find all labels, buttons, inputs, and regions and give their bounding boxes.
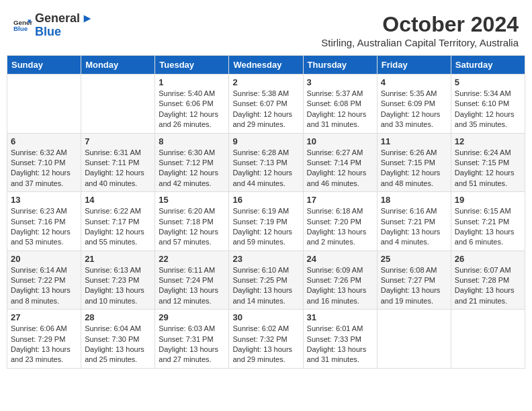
day-info: Sunrise: 6:26 AM Sunset: 7:15 PM Dayligh… <box>381 148 447 189</box>
day-number: 30 <box>232 312 299 322</box>
logo: General Blue General Blue <box>13 12 93 39</box>
table-row: 30Sunrise: 6:02 AM Sunset: 7:32 PM Dayli… <box>229 310 303 369</box>
calendar-header-friday: Friday <box>377 56 451 75</box>
table-row: 6Sunrise: 6:32 AM Sunset: 7:10 PM Daylig… <box>7 133 81 192</box>
day-info: Sunrise: 6:03 AM Sunset: 7:31 PM Dayligh… <box>159 324 225 365</box>
day-info: Sunrise: 6:30 AM Sunset: 7:12 PM Dayligh… <box>159 148 225 189</box>
table-row: 15Sunrise: 6:20 AM Sunset: 7:18 PM Dayli… <box>155 192 229 251</box>
day-info: Sunrise: 6:08 AM Sunset: 7:27 PM Dayligh… <box>381 265 447 307</box>
table-row: 24Sunrise: 6:09 AM Sunset: 7:26 PM Dayli… <box>303 250 377 310</box>
table-row <box>377 310 451 369</box>
table-row: 9Sunrise: 6:28 AM Sunset: 7:13 PM Daylig… <box>229 133 303 192</box>
table-row: 10Sunrise: 6:27 AM Sunset: 7:14 PM Dayli… <box>303 133 377 192</box>
calendar-header-monday: Monday <box>81 56 155 75</box>
day-info: Sunrise: 5:35 AM Sunset: 6:09 PM Dayligh… <box>381 89 447 130</box>
table-row: 8Sunrise: 6:30 AM Sunset: 7:12 PM Daylig… <box>155 133 229 192</box>
table-row: 13Sunrise: 6:23 AM Sunset: 7:16 PM Dayli… <box>7 192 81 251</box>
day-info: Sunrise: 6:31 AM Sunset: 7:11 PM Dayligh… <box>85 148 151 189</box>
table-row: 4Sunrise: 5:35 AM Sunset: 6:09 PM Daylig… <box>377 75 451 134</box>
day-number: 14 <box>85 195 151 205</box>
title-area: October 2024 Stirling, Australian Capita… <box>321 12 519 48</box>
table-row: 21Sunrise: 6:13 AM Sunset: 7:23 PM Dayli… <box>81 250 155 310</box>
subtitle: Stirling, Australian Capital Territory, … <box>321 37 519 48</box>
day-number: 27 <box>11 312 77 322</box>
table-row: 19Sunrise: 6:15 AM Sunset: 7:21 PM Dayli… <box>451 192 525 251</box>
day-number: 21 <box>85 254 151 264</box>
day-number: 6 <box>11 136 77 146</box>
day-number: 25 <box>381 254 447 264</box>
table-row: 12Sunrise: 6:24 AM Sunset: 7:15 PM Dayli… <box>451 133 525 192</box>
day-number: 28 <box>85 312 151 322</box>
day-info: Sunrise: 5:38 AM Sunset: 6:07 PM Dayligh… <box>232 89 299 130</box>
logo-arrow-icon <box>81 13 93 25</box>
day-number: 31 <box>307 312 373 322</box>
day-number: 11 <box>381 136 447 146</box>
table-row: 5Sunrise: 5:34 AM Sunset: 6:10 PM Daylig… <box>451 75 525 134</box>
day-info: Sunrise: 6:28 AM Sunset: 7:13 PM Dayligh… <box>232 148 299 189</box>
day-info: Sunrise: 6:09 AM Sunset: 7:26 PM Dayligh… <box>307 265 373 307</box>
day-number: 19 <box>455 195 521 205</box>
day-info: Sunrise: 6:24 AM Sunset: 7:15 PM Dayligh… <box>455 148 521 189</box>
table-row: 7Sunrise: 6:31 AM Sunset: 7:11 PM Daylig… <box>81 133 155 192</box>
calendar-header-thursday: Thursday <box>303 56 377 75</box>
day-number: 20 <box>11 254 77 264</box>
calendar-week-row: 6Sunrise: 6:32 AM Sunset: 7:10 PM Daylig… <box>7 133 525 192</box>
calendar-week-row: 27Sunrise: 6:06 AM Sunset: 7:29 PM Dayli… <box>7 310 525 369</box>
day-info: Sunrise: 6:04 AM Sunset: 7:30 PM Dayligh… <box>85 324 151 365</box>
table-row <box>451 310 525 369</box>
day-number: 9 <box>232 136 299 146</box>
day-info: Sunrise: 6:15 AM Sunset: 7:21 PM Dayligh… <box>455 206 521 248</box>
day-info: Sunrise: 5:37 AM Sunset: 6:08 PM Dayligh… <box>307 89 373 130</box>
day-number: 23 <box>232 254 299 264</box>
day-info: Sunrise: 6:14 AM Sunset: 7:22 PM Dayligh… <box>11 265 77 307</box>
day-number: 7 <box>85 136 151 146</box>
day-info: Sunrise: 6:20 AM Sunset: 7:18 PM Dayligh… <box>159 206 225 248</box>
calendar-week-row: 20Sunrise: 6:14 AM Sunset: 7:22 PM Dayli… <box>7 250 525 310</box>
day-number: 5 <box>455 77 521 87</box>
table-row: 18Sunrise: 6:16 AM Sunset: 7:21 PM Dayli… <box>377 192 451 251</box>
calendar-header-row: SundayMondayTuesdayWednesdayThursdayFrid… <box>7 56 525 75</box>
day-info: Sunrise: 5:34 AM Sunset: 6:10 PM Dayligh… <box>455 89 521 130</box>
day-number: 24 <box>307 254 373 264</box>
day-number: 4 <box>381 77 447 87</box>
day-number: 15 <box>159 195 225 205</box>
day-number: 22 <box>159 254 225 264</box>
day-number: 13 <box>11 195 77 205</box>
day-info: Sunrise: 6:10 AM Sunset: 7:25 PM Dayligh… <box>232 265 299 307</box>
svg-text:Blue: Blue <box>13 25 28 32</box>
day-number: 3 <box>307 77 373 87</box>
table-row: 28Sunrise: 6:04 AM Sunset: 7:30 PM Dayli… <box>81 310 155 369</box>
day-number: 12 <box>455 136 521 146</box>
svg-marker-3 <box>84 15 91 22</box>
table-row: 31Sunrise: 6:01 AM Sunset: 7:33 PM Dayli… <box>303 310 377 369</box>
table-row: 23Sunrise: 6:10 AM Sunset: 7:25 PM Dayli… <box>229 250 303 310</box>
table-row: 27Sunrise: 6:06 AM Sunset: 7:29 PM Dayli… <box>7 310 81 369</box>
table-row: 17Sunrise: 6:18 AM Sunset: 7:20 PM Dayli… <box>303 192 377 251</box>
table-row: 2Sunrise: 5:38 AM Sunset: 6:07 PM Daylig… <box>229 75 303 134</box>
calendar-header-tuesday: Tuesday <box>155 56 229 75</box>
logo-icon: General Blue <box>13 16 32 35</box>
day-number: 2 <box>232 77 299 87</box>
calendar-table: SundayMondayTuesdayWednesdayThursdayFrid… <box>7 55 525 369</box>
day-number: 10 <box>307 136 373 146</box>
day-info: Sunrise: 6:22 AM Sunset: 7:17 PM Dayligh… <box>85 206 151 248</box>
day-info: Sunrise: 6:11 AM Sunset: 7:24 PM Dayligh… <box>159 265 225 307</box>
calendar-week-row: 1Sunrise: 5:40 AM Sunset: 6:06 PM Daylig… <box>7 75 525 134</box>
calendar-header-wednesday: Wednesday <box>229 56 303 75</box>
table-row: 26Sunrise: 6:07 AM Sunset: 7:28 PM Dayli… <box>451 250 525 310</box>
day-info: Sunrise: 6:32 AM Sunset: 7:10 PM Dayligh… <box>11 148 77 189</box>
day-number: 16 <box>232 195 299 205</box>
table-row <box>7 75 81 134</box>
day-number: 1 <box>159 77 225 87</box>
table-row: 16Sunrise: 6:19 AM Sunset: 7:19 PM Dayli… <box>229 192 303 251</box>
day-info: Sunrise: 6:02 AM Sunset: 7:32 PM Dayligh… <box>232 324 299 365</box>
day-number: 18 <box>381 195 447 205</box>
day-info: Sunrise: 5:40 AM Sunset: 6:06 PM Dayligh… <box>159 89 225 130</box>
table-row <box>81 75 155 134</box>
logo-blue-text: Blue <box>35 26 93 39</box>
calendar-header-saturday: Saturday <box>451 56 525 75</box>
table-row: 20Sunrise: 6:14 AM Sunset: 7:22 PM Dayli… <box>7 250 81 310</box>
day-info: Sunrise: 6:27 AM Sunset: 7:14 PM Dayligh… <box>307 148 373 189</box>
table-row: 22Sunrise: 6:11 AM Sunset: 7:24 PM Dayli… <box>155 250 229 310</box>
day-number: 17 <box>307 195 373 205</box>
